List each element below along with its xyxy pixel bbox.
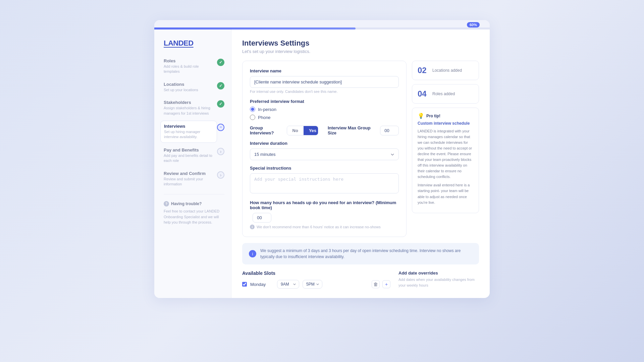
pro-tip-heading: Pro tip!	[426, 114, 440, 118]
page-title: Interviews Settings	[242, 39, 479, 48]
progress-track	[154, 27, 490, 29]
group-interviews-row: Group Interviews? No Yes Interview Max G…	[250, 125, 399, 135]
slot-monday-day: Monday	[250, 282, 274, 287]
interview-name-section: Interview name For internal use only. Ca…	[250, 68, 399, 94]
progress-badge: 60%	[467, 22, 480, 27]
duration-section: Interview duration 15 minutes 30 minutes…	[250, 141, 399, 160]
main-form-card: Interview name For internal use only. Ca…	[242, 61, 407, 237]
sidebar-item-roles-title: Roles	[164, 58, 214, 63]
page-header: Interviews Settings Let's set up your in…	[242, 39, 479, 54]
trouble-title: ? Having trouble?	[164, 201, 224, 206]
main-content: Interviews Settings Let's set up your in…	[231, 29, 490, 298]
sidebar-item-stakeholders-content: Stakeholders Assign stakeholders & hirin…	[164, 100, 214, 116]
slot-delete-btn[interactable]: 🗑	[372, 280, 380, 288]
sidebar-item-pay-benefits-icon	[217, 148, 224, 155]
sidebar-item-pay-benefits-content: Pay and Benefits Add pay and benefits de…	[164, 147, 214, 164]
sidebar-item-locations-icon	[217, 82, 224, 89]
toggle-yes-btn[interactable]: Yes	[304, 126, 318, 135]
side-panel: 02 Locations added 04 Roles added 💡 Pro …	[412, 61, 479, 213]
sidebar-item-pay-benefits-title: Pay and Benefits	[164, 147, 214, 153]
progress-bar-area: 60%	[154, 20, 490, 29]
max-group-size-input[interactable]	[380, 126, 399, 135]
duration-label: Interview duration	[250, 141, 399, 146]
locations-stat-card: 02 Locations added	[412, 61, 479, 80]
sidebar-item-review-confirm-icon	[217, 171, 224, 179]
sidebar-item-roles-desc: Add roles & build role templates	[164, 64, 214, 74]
pro-tip-card: 💡 Pro tip! Custom interview schedule LAN…	[412, 108, 479, 213]
radio-in-person[interactable]	[250, 107, 255, 112]
roles-stat-number: 04	[418, 89, 428, 99]
heads-up-label: How many hours as heads up do you need f…	[250, 200, 399, 210]
sidebar-item-review-confirm[interactable]: Review and Confirm Review and submit you…	[164, 171, 224, 187]
sidebar-item-interviews-content: Interviews Set up hiring manager intervi…	[160, 121, 217, 143]
sidebar-item-locations[interactable]: Locations Set up your locations	[164, 82, 224, 93]
preferred-format-label: Preferred interview format	[250, 99, 399, 104]
question-icon: ?	[164, 201, 169, 206]
page-subtitle: Let's set up your interview logistics.	[242, 49, 479, 54]
special-instructions-section: Special instructions	[250, 166, 399, 195]
sidebar-item-interviews[interactable]: Interviews Set up hiring manager intervi…	[164, 123, 224, 140]
locations-stat-label: Locations added	[432, 68, 462, 73]
pro-tip-link[interactable]: Custom interview schedule	[418, 121, 473, 126]
sidebar-item-interviews-icon	[217, 124, 224, 131]
sidebar-item-locations-content: Locations Set up your locations	[164, 82, 214, 93]
sidebar-item-pay-benefits-desc: Add pay and benefits detail to each role	[164, 153, 214, 164]
body-layout: LANDED Roles Add roles & build role temp…	[154, 29, 490, 298]
heads-up-input[interactable]	[253, 213, 271, 223]
pro-tip-title-row: 💡 Pro tip!	[418, 113, 473, 119]
group-interviews-toggle: No Yes	[287, 126, 318, 135]
sidebar-item-pay-benefits[interactable]: Pay and Benefits Add pay and benefits de…	[164, 147, 224, 164]
sidebar-item-review-confirm-desc: Review and submit your information	[164, 177, 214, 187]
special-instructions-textarea[interactable]	[250, 173, 399, 193]
card-area: Interview name For internal use only. Ca…	[242, 61, 479, 237]
suggestion-text: We suggest a minimum of 3 days and 3 hou…	[260, 248, 472, 260]
group-interviews-label: Group Interviews?	[250, 125, 284, 135]
interview-name-label: Interview name	[250, 68, 399, 73]
slot-row-monday: Monday 9AM10AM8AM 5PM6PM4PM 🗑 +	[242, 280, 390, 289]
app-container: 60% LANDED Roles Add roles & build role …	[154, 20, 490, 298]
heads-up-warning: We don't recommend more than 6 hours' no…	[257, 225, 381, 229]
interview-name-hint: For internal use only. Candidates don't …	[250, 89, 399, 94]
special-instructions-label: Special instructions	[250, 166, 399, 171]
pro-tip-text-1: LANDED is integrated with your hiring ma…	[418, 128, 473, 180]
slot-monday-start[interactable]: 9AM10AM8AM	[277, 280, 299, 289]
sidebar-item-roles[interactable]: Roles Add roles & build role templates	[164, 58, 224, 74]
progress-fill	[154, 27, 356, 29]
format-radio-group: In-person Phone	[250, 107, 399, 120]
duration-select[interactable]: 15 minutes 30 minutes 45 minutes 60 minu…	[250, 148, 399, 160]
sidebar-item-stakeholders-desc: Assign stakeholders & hiring managers fo…	[164, 106, 214, 116]
slots-left: Available Slots Monday 9AM10AM8AM 5PM6PM…	[242, 270, 390, 289]
radio-phone-label: Phone	[258, 115, 271, 120]
sidebar-item-locations-title: Locations	[164, 82, 214, 87]
sidebar-item-locations-desc: Set up your locations	[164, 87, 214, 93]
radio-option-phone[interactable]: Phone	[250, 115, 399, 120]
suggestion-bar: i We suggest a minimum of 3 days and 3 h…	[242, 243, 479, 264]
sidebar: LANDED Roles Add roles & build role temp…	[154, 29, 231, 298]
preferred-format-section: Preferred interview format In-person Pho…	[250, 99, 399, 120]
trouble-desc: Feel free to contact your LANDED Onboard…	[164, 208, 224, 225]
radio-phone[interactable]	[250, 115, 255, 120]
radio-option-in-person[interactable]: In-person	[250, 107, 399, 112]
interview-name-input[interactable]	[250, 76, 399, 88]
slots-title: Available Slots	[242, 270, 390, 276]
duration-select-wrapper: 15 minutes 30 minutes 45 minutes 60 minu…	[250, 148, 399, 160]
slot-monday-end[interactable]: 5PM6PM4PM	[303, 280, 322, 289]
slots-right: Add date overrides Add dates when your a…	[398, 270, 479, 288]
pro-tip-emoji: 💡	[418, 113, 424, 119]
radio-in-person-label: In-person	[258, 107, 276, 112]
slot-add-btn[interactable]: +	[382, 280, 390, 288]
info-icon: i	[250, 225, 255, 229]
suggestion-icon: i	[249, 250, 256, 257]
roles-stat-label: Roles added	[432, 92, 455, 96]
sidebar-item-interviews-title: Interviews	[164, 124, 213, 129]
sidebar-item-stakeholders-icon	[217, 100, 224, 108]
sidebar-item-roles-content: Roles Add roles & build role templates	[164, 58, 214, 74]
toggle-no-btn[interactable]: No	[287, 126, 304, 135]
sidebar-item-stakeholders[interactable]: Stakeholders Assign stakeholders & hirin…	[164, 100, 224, 116]
slot-monday-checkbox[interactable]	[242, 282, 247, 287]
sidebar-item-roles-icon	[217, 59, 224, 66]
slots-area: Available Slots Monday 9AM10AM8AM 5PM6PM…	[242, 270, 479, 289]
sidebar-item-review-confirm-title: Review and Confirm	[164, 171, 214, 176]
pro-tip-text-2: Interview avail entered here is a starti…	[418, 182, 473, 205]
roles-stat-card: 04 Roles added	[412, 84, 479, 104]
